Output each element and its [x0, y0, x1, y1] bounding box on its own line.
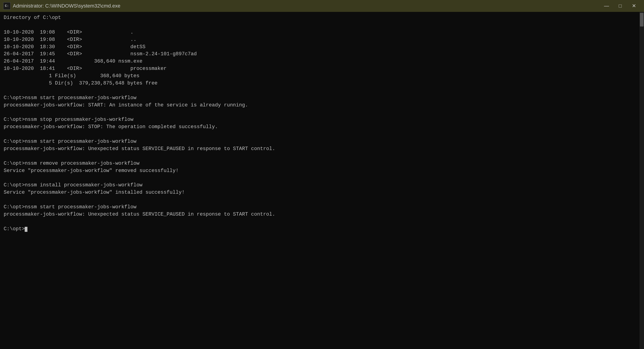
cursor [25, 227, 28, 232]
window-icon-text: C: [5, 4, 9, 8]
maximize-button[interactable]: □ [614, 0, 627, 12]
close-button[interactable]: ✕ [627, 0, 641, 12]
scrollbar-thumb[interactable] [640, 13, 644, 26]
content-area: Directory of C:\opt 10-10-2020 19:08 <DI… [0, 12, 644, 349]
scrollbar[interactable] [640, 12, 644, 349]
title-bar: C: Administrator: C:\WINDOWS\system32\cm… [0, 0, 644, 12]
minimize-button[interactable]: — [600, 0, 614, 12]
window-controls: — □ ✕ [600, 0, 641, 12]
window-title: Administrator: C:\WINDOWS\system32\cmd.e… [13, 3, 600, 9]
terminal-output[interactable]: Directory of C:\opt 10-10-2020 19:08 <DI… [0, 12, 640, 349]
window-icon: C: [3, 2, 10, 9]
cmd-window: C: Administrator: C:\WINDOWS\system32\cm… [0, 0, 644, 349]
